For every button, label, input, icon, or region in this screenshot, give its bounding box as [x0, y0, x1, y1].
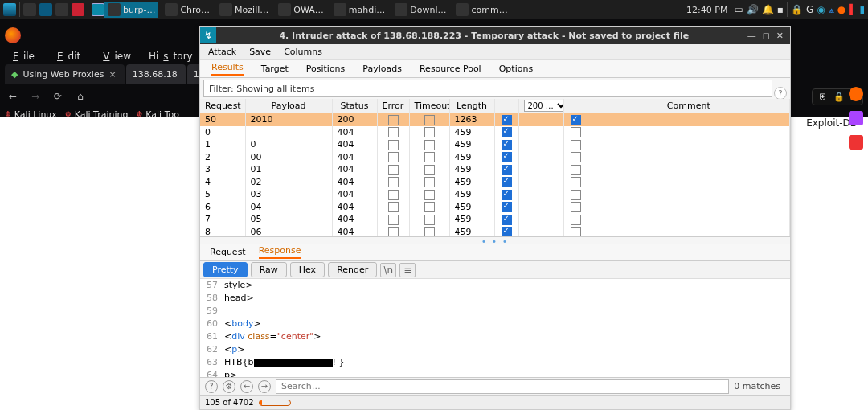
table-row[interactable]: 806404459	[200, 226, 790, 238]
search-prev-icon[interactable]: ←	[240, 380, 253, 393]
globe-icon[interactable]: ◉	[817, 4, 825, 15]
checkbox[interactable]	[424, 227, 435, 237]
table-row[interactable]: 5020102001263	[200, 113, 790, 126]
help-button[interactable]: ?	[774, 87, 787, 100]
close-icon[interactable]: ×	[108, 69, 116, 80]
tab-payloads[interactable]: Payloads	[362, 64, 402, 74]
ext-icon[interactable]	[849, 87, 863, 101]
checkbox[interactable]	[571, 152, 581, 162]
browser-tab[interactable]: ◆ Using Web Proxies ×	[5, 64, 125, 84]
firefox-icon[interactable]: ●	[837, 4, 845, 15]
checkbox[interactable]	[424, 152, 435, 162]
checkbox[interactable]	[502, 177, 512, 187]
fmt-hex[interactable]: Hex	[290, 262, 325, 277]
col-timeout[interactable]: Timeout	[409, 99, 449, 113]
col-200-check2[interactable]	[563, 99, 588, 113]
col-status[interactable]: Status	[332, 99, 377, 113]
menu-view[interactable]: View	[93, 48, 136, 64]
menu-history[interactable]: History	[144, 48, 198, 64]
task-icon[interactable]	[55, 3, 68, 16]
checkbox[interactable]	[571, 165, 581, 175]
checkbox[interactable]	[502, 127, 512, 137]
task-icon[interactable]	[23, 3, 36, 16]
window-titlebar[interactable]: ↯ 4. Intruder attack of 138.68.188.223 -…	[200, 27, 790, 44]
minimize-button[interactable]: —	[747, 31, 756, 41]
status-filter-select[interactable]: 200 …	[524, 100, 564, 112]
tab-options[interactable]: Options	[499, 64, 533, 74]
menu-columns[interactable]: Columns	[284, 47, 322, 57]
lock-icon[interactable]: 🔒	[791, 4, 803, 15]
start-menu-icon[interactable]	[3, 3, 16, 16]
col-comment[interactable]: Comment	[588, 99, 790, 113]
col-error[interactable]: Error	[377, 99, 409, 113]
checkbox[interactable]	[502, 140, 512, 150]
kali-icon[interactable]: ▮	[859, 4, 865, 15]
maximize-button[interactable]: ◻	[763, 31, 770, 41]
checkbox[interactable]	[424, 215, 435, 225]
checkbox[interactable]	[388, 140, 399, 150]
checkbox[interactable]	[502, 227, 512, 237]
table-row[interactable]: 0404459	[200, 126, 790, 139]
reload-button[interactable]: ⟳	[50, 88, 66, 105]
checkbox[interactable]	[424, 127, 435, 137]
checkbox[interactable]	[424, 165, 435, 175]
table-row[interactable]: 10404459	[200, 138, 790, 151]
results-filter[interactable]: Filter: Showing all items	[203, 80, 772, 97]
checkbox[interactable]	[388, 227, 399, 237]
clipboard-icon[interactable]: ▭	[734, 4, 743, 15]
view-options-icon[interactable]: ≡	[399, 263, 416, 277]
ext-icon[interactable]	[849, 111, 863, 125]
checkbox[interactable]	[571, 190, 581, 200]
menu-save[interactable]: Save	[249, 47, 271, 57]
menu-file[interactable]: File	[3, 48, 39, 64]
search-input[interactable]	[276, 379, 729, 394]
search-next-icon[interactable]: →	[258, 380, 271, 393]
tab-target[interactable]: Target	[261, 64, 289, 74]
checkbox[interactable]	[424, 190, 435, 200]
checkbox[interactable]	[571, 127, 581, 137]
menu-attack[interactable]: Attack	[208, 47, 236, 57]
col-length[interactable]: Length	[449, 99, 494, 113]
refresh-icon[interactable]: G	[806, 4, 813, 15]
col-200-select[interactable]: 200 …	[518, 99, 563, 113]
checkbox[interactable]	[388, 190, 399, 200]
burp-icon[interactable]: ▌	[849, 4, 856, 15]
splitter-handle[interactable]: • • •	[200, 237, 790, 244]
tab-positions[interactable]: Positions	[306, 64, 346, 74]
checkbox[interactable]	[388, 215, 399, 225]
checkbox[interactable]	[502, 202, 512, 212]
home-button[interactable]: ⌂	[72, 88, 88, 105]
checkbox[interactable]	[502, 215, 512, 225]
checkbox[interactable]	[502, 165, 512, 175]
taskbar-app[interactable]: mahdi…	[330, 2, 388, 18]
checkbox[interactable]	[502, 115, 512, 125]
taskbar-app[interactable]: Mozill…	[216, 2, 272, 18]
bell-icon[interactable]: 🔔	[762, 4, 774, 15]
forward-button[interactable]: →	[27, 88, 43, 105]
close-button[interactable]: ✕	[776, 31, 784, 41]
checkbox[interactable]	[571, 177, 581, 187]
newline-toggle[interactable]: \n	[380, 263, 396, 277]
fmt-pretty[interactable]: Pretty	[203, 262, 248, 277]
table-row[interactable]: 604404459	[200, 201, 790, 214]
checkbox[interactable]	[502, 152, 512, 162]
task-icon[interactable]	[39, 3, 52, 16]
col-200-check[interactable]	[494, 99, 518, 113]
checkbox[interactable]	[424, 202, 435, 212]
checkbox[interactable]	[571, 227, 581, 237]
task-icon[interactable]	[72, 3, 84, 16]
tab-results[interactable]: Results	[211, 62, 244, 76]
checkbox[interactable]	[424, 115, 435, 125]
table-row[interactable]: 301404459	[200, 163, 790, 176]
checkbox[interactable]	[388, 177, 399, 187]
checkbox[interactable]	[571, 140, 581, 150]
checkbox[interactable]	[388, 115, 399, 125]
fmt-render[interactable]: Render	[328, 262, 377, 277]
browser-tab[interactable]: 138.68.18	[126, 64, 186, 84]
col-payload[interactable]: Payload	[245, 99, 332, 113]
checkbox[interactable]	[502, 190, 512, 200]
col-request[interactable]: Request	[200, 99, 245, 113]
menu-edit[interactable]: Edit	[47, 48, 85, 64]
task-icon-active[interactable]	[92, 3, 104, 16]
taskbar-clock[interactable]: 12:40 PM	[683, 3, 731, 17]
